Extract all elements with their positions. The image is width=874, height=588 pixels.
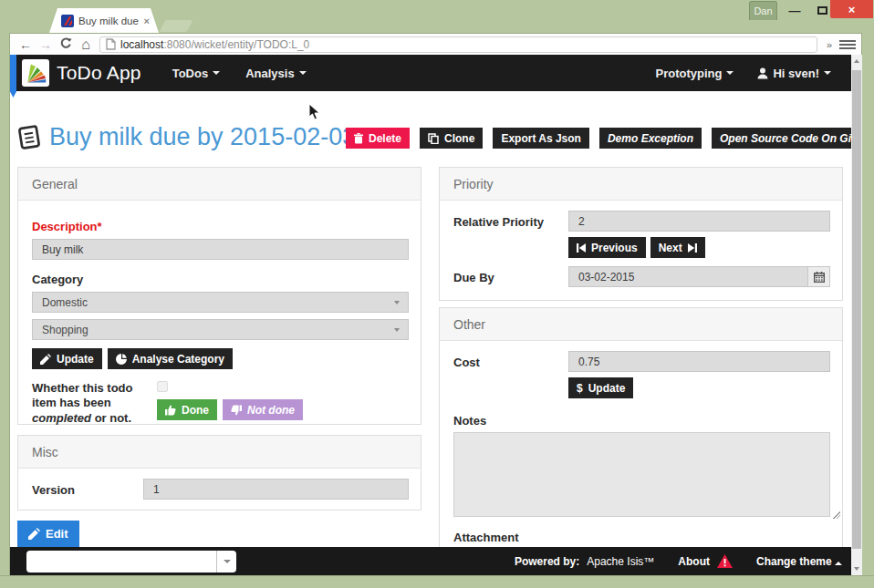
- warning-triangle-icon[interactable]: [717, 554, 733, 568]
- not-done-button[interactable]: Not done: [223, 399, 303, 420]
- new-tab-button[interactable]: [160, 20, 193, 32]
- brand-logo[interactable]: [22, 59, 49, 87]
- isis-favicon: [61, 15, 74, 27]
- app-viewport: ToDo App ToDos Analysis Prototyping Hi s…: [9, 55, 851, 575]
- copy-icon: [428, 133, 439, 144]
- tab-close-icon[interactable]: ×: [144, 15, 150, 26]
- chevron-down-icon: [213, 71, 220, 75]
- page-scrollbar[interactable]: [851, 55, 862, 575]
- menu-todos[interactable]: ToDos: [172, 67, 220, 80]
- dollar-icon: $: [577, 382, 583, 395]
- reload-glyph-icon: [60, 37, 72, 49]
- step-backward-icon: [577, 243, 586, 253]
- menu-prototyping[interactable]: Prototyping: [655, 67, 734, 80]
- version-label: Version: [32, 479, 143, 500]
- menu-user[interactable]: Hi sven!: [757, 67, 831, 80]
- powered-by-label: Powered by:: [515, 555, 579, 568]
- other-panel: Other Cost $ Update Notes Attachment Doc: [439, 307, 843, 572]
- back-icon[interactable]: ←: [16, 37, 36, 52]
- resize-handle[interactable]: [833, 511, 840, 519]
- done-button[interactable]: Done: [157, 399, 217, 420]
- fan-logo-icon: [24, 61, 47, 85]
- forward-icon[interactable]: →: [36, 37, 56, 52]
- browser-profile-button[interactable]: Dan: [749, 1, 777, 20]
- page-header: Buy milk due by 2015-02-03: [17, 123, 356, 151]
- priority-panel-heading: Priority: [440, 168, 842, 201]
- chevron-down-icon: [394, 328, 400, 332]
- priority-panel: Priority Relative Priority Previous Next: [439, 167, 843, 301]
- about-link[interactable]: About: [678, 555, 710, 568]
- completed-checkbox[interactable]: [157, 381, 168, 392]
- description-label: Description*: [32, 220, 409, 233]
- next-button[interactable]: Next: [650, 237, 705, 258]
- misc-panel-heading: Misc: [18, 436, 421, 469]
- clone-button[interactable]: Clone: [420, 128, 483, 149]
- thumbs-down-icon: [231, 405, 242, 416]
- trash-icon: [354, 133, 363, 144]
- description-input[interactable]: [32, 239, 409, 260]
- edit-button[interactable]: Edit: [17, 521, 79, 547]
- notes-label: Notes: [453, 414, 830, 428]
- page-title: Buy milk due by 2015-02-03: [49, 123, 356, 151]
- scroll-up-icon[interactable]: [851, 55, 862, 67]
- category-select[interactable]: Domestic: [32, 292, 409, 313]
- browser-menu-icon[interactable]: [839, 40, 856, 49]
- completed-label: Whether this todo item has been complete…: [32, 381, 157, 426]
- home-icon[interactable]: ⌂: [76, 36, 96, 53]
- person-icon: [757, 67, 768, 79]
- scrollbar-thumb[interactable]: [852, 70, 861, 549]
- tab-title: Buy milk due by 201: [78, 15, 140, 26]
- chevron-down-icon: [394, 301, 400, 304]
- due-by-label: Due By: [453, 266, 568, 287]
- pencil-icon: [40, 354, 51, 365]
- todo-list-icon: [16, 123, 44, 151]
- misc-panel: Misc Version: [17, 435, 421, 511]
- url-host: localhost: [120, 38, 163, 51]
- step-forward-icon: [688, 243, 697, 253]
- chevron-up-icon: [835, 562, 842, 565]
- action-bar: Delete Clone Export As Json Demo Excepti…: [346, 128, 851, 149]
- version-input: [143, 479, 409, 500]
- calendar-icon: [814, 272, 825, 283]
- mouse-cursor: [308, 103, 321, 121]
- pencil-icon: [28, 528, 40, 540]
- apache-isis-link[interactable]: Apache Isis™: [587, 555, 654, 568]
- general-panel-heading: General: [18, 168, 421, 201]
- browser-toolbar: ← → ⌂ localhost:8080/wicket/entity/TODO:…: [9, 33, 862, 55]
- notes-textarea[interactable]: [453, 432, 830, 517]
- cost-update-button[interactable]: $ Update: [568, 377, 633, 398]
- other-panel-heading: Other: [440, 308, 842, 341]
- pie-chart-icon: [116, 354, 127, 365]
- brand-title[interactable]: ToDo App: [57, 62, 141, 84]
- browser-tab[interactable]: Buy milk due by 201 ×: [49, 8, 159, 33]
- due-by-input[interactable]: [568, 266, 808, 287]
- category-label: Category: [32, 273, 409, 286]
- analyse-category-button[interactable]: Analyse Category: [108, 348, 233, 369]
- subcategory-select[interactable]: Shopping: [32, 319, 409, 340]
- app-footer: Powered by: Apache Isis™ About Change th…: [10, 547, 851, 575]
- footer-theme-select[interactable]: [26, 551, 236, 573]
- bookmarks-overflow-icon[interactable]: »: [827, 39, 832, 50]
- cost-label: Cost: [453, 351, 568, 398]
- scroll-down-icon[interactable]: [851, 562, 862, 575]
- debug-ribbon: [10, 55, 16, 98]
- chevron-down-icon: [726, 71, 734, 75]
- previous-button[interactable]: Previous: [568, 237, 646, 258]
- window-close-button[interactable]: ×: [830, 0, 873, 18]
- general-panel: General Description* Category Domestic S…: [17, 167, 421, 425]
- demo-exception-button[interactable]: Demo Exception: [599, 128, 702, 149]
- maximize-icon: [817, 6, 827, 15]
- page-icon: [106, 38, 116, 50]
- change-theme-link[interactable]: Change theme: [756, 555, 842, 568]
- calendar-button[interactable]: [808, 266, 830, 287]
- menu-analysis[interactable]: Analysis: [245, 67, 306, 80]
- url-bar[interactable]: localhost:8080/wicket/entity/TODO:L_0: [99, 36, 817, 53]
- update-category-button[interactable]: Update: [32, 348, 102, 369]
- reload-icon[interactable]: [56, 37, 76, 52]
- relative-priority-label: Relative Priority: [453, 211, 568, 258]
- open-source-button[interactable]: Open Source Code On Github: [712, 128, 851, 149]
- cost-input: [568, 351, 830, 372]
- export-json-button[interactable]: Export As Json: [493, 128, 589, 149]
- delete-button[interactable]: Delete: [346, 128, 410, 149]
- window-minimize-button[interactable]: —: [783, 2, 806, 18]
